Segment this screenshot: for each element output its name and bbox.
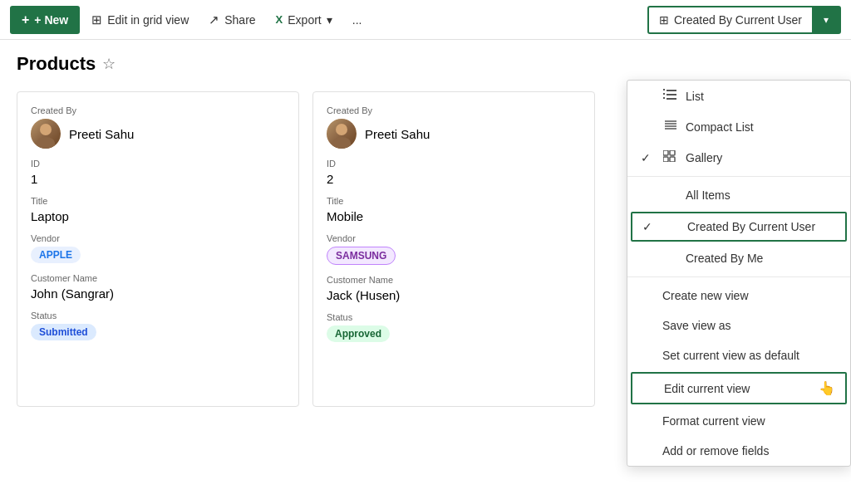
- dropdown-divider-1: [627, 176, 850, 177]
- card2-title-value: Mobile: [327, 209, 581, 223]
- card2-status-label: Status: [327, 312, 581, 322]
- dropdown-gallery-label: Gallery: [686, 151, 722, 164]
- dropdown-edit-current-view-label: Edit current view: [664, 382, 750, 395]
- card2-vendor-label: Vendor: [327, 233, 581, 243]
- svg-rect-5: [663, 97, 665, 99]
- edit-grid-label: Edit in grid view: [107, 13, 189, 27]
- page-content: Products ☆ Created By Preeti Sahu ID 1 T…: [0, 40, 851, 420]
- dropdown-list-label: List: [686, 90, 704, 103]
- card1-created-by-row: Preeti Sahu: [31, 119, 285, 149]
- dropdown-created-by-current-user-label: Created By Current User: [687, 220, 815, 233]
- svg-rect-3: [663, 89, 665, 91]
- card2-created-by-label: Created By: [327, 105, 581, 115]
- favorite-star-icon[interactable]: ☆: [102, 55, 116, 73]
- view-dropdown-menu: List Compact List ✓ Gallery All Items: [627, 80, 851, 467]
- view-name-text: Created By Current User: [674, 13, 802, 27]
- created-by-me-check-icon: [641, 252, 654, 265]
- export-caret-icon: ▾: [327, 13, 332, 27]
- card1-status-label: Status: [31, 311, 285, 321]
- export-button[interactable]: X Export ▾: [268, 6, 341, 34]
- plus-icon: +: [22, 12, 29, 27]
- new-button-label: + New: [34, 13, 68, 27]
- card2-id-value: 2: [327, 172, 581, 186]
- create-new-check-icon: [641, 289, 654, 302]
- all-items-check-icon: [641, 188, 654, 202]
- card1-id-label: ID: [31, 159, 285, 169]
- card2-customer-value: Jack (Husen): [327, 288, 581, 302]
- card1-vendor-label: Vendor: [31, 233, 285, 243]
- card1-title-value: Laptop: [31, 209, 285, 223]
- card1-customer-label: Customer Name: [31, 273, 285, 283]
- compact-list-icon: [662, 120, 677, 134]
- list-check-icon: [641, 90, 654, 103]
- dropdown-save-view-as-label: Save view as: [662, 319, 730, 332]
- view-dropdown-caret[interactable]: ▾: [813, 7, 839, 32]
- gallery-check-icon: ✓: [641, 151, 654, 164]
- card1-title-label: Title: [31, 196, 285, 206]
- dropdown-item-compact-list[interactable]: Compact List: [627, 111, 850, 142]
- export-excel-icon: X: [276, 13, 283, 26]
- card2-status-badge: Approved: [327, 325, 390, 342]
- more-icon: ...: [352, 13, 362, 27]
- list-icon: [662, 89, 677, 103]
- card2-title-label: Title: [327, 196, 581, 206]
- card2-avatar: [327, 119, 357, 149]
- edit-grid-view-button[interactable]: ⊞ Edit in grid view: [83, 6, 197, 34]
- card2-created-by-value: Preeti Sahu: [365, 127, 430, 141]
- dropdown-create-new-view-label: Create new view: [662, 289, 749, 302]
- format-view-check-icon: [641, 414, 654, 428]
- card2-created-by-row: Preeti Sahu: [327, 119, 581, 149]
- share-label: Share: [224, 13, 255, 27]
- set-default-check-icon: [641, 349, 654, 362]
- dropdown-item-set-default[interactable]: Set current view as default: [627, 340, 850, 370]
- current-user-check-icon: ✓: [642, 220, 656, 233]
- compact-list-check-icon: [641, 120, 654, 134]
- product-card-2: Created By Preeti Sahu ID 2 Title Mobile…: [312, 91, 595, 407]
- card1-created-by-value: Preeti Sahu: [69, 127, 134, 141]
- dropdown-add-remove-fields-label: Add or remove fields: [662, 444, 769, 458]
- dropdown-item-list[interactable]: List: [627, 81, 850, 111]
- save-view-check-icon: [641, 319, 654, 332]
- svg-rect-10: [663, 150, 668, 155]
- dropdown-item-edit-current-view[interactable]: Edit current view 👆: [631, 372, 847, 404]
- dropdown-item-format-current-view[interactable]: Format current view: [627, 406, 850, 436]
- dropdown-divider-2: [627, 276, 850, 277]
- dropdown-set-default-label: Set current view as default: [662, 349, 799, 362]
- card2-customer-label: Customer Name: [327, 275, 581, 285]
- dropdown-item-save-view-as[interactable]: Save view as: [627, 311, 850, 340]
- edit-view-check-icon: [642, 382, 656, 395]
- dropdown-format-current-view-label: Format current view: [662, 414, 765, 428]
- dropdown-item-created-by-current-user[interactable]: ✓ Created By Current User: [631, 212, 847, 242]
- view-selector[interactable]: ⊞ Created By Current User ▾: [647, 6, 841, 34]
- svg-rect-11: [670, 150, 675, 155]
- svg-rect-4: [663, 93, 665, 95]
- card2-id-label: ID: [327, 159, 581, 169]
- add-remove-check-icon: [641, 444, 654, 458]
- view-selector-label[interactable]: ⊞ Created By Current User: [649, 7, 813, 32]
- dropdown-all-items-label: All Items: [686, 188, 730, 202]
- dropdown-item-created-by-me[interactable]: Created By Me: [627, 243, 850, 273]
- share-button[interactable]: ↗ Share: [200, 6, 263, 34]
- svg-rect-12: [663, 157, 668, 162]
- dropdown-item-gallery[interactable]: ✓ Gallery: [627, 142, 850, 173]
- export-label: Export: [288, 13, 321, 27]
- page-title: Products: [17, 53, 96, 75]
- new-button[interactable]: + + New: [10, 6, 80, 34]
- card1-avatar: [31, 119, 61, 149]
- svg-rect-13: [670, 157, 675, 162]
- dropdown-item-create-new-view[interactable]: Create new view: [627, 281, 850, 311]
- dropdown-created-by-me-label: Created By Me: [686, 252, 763, 265]
- grid-icon: ⊞: [91, 12, 102, 27]
- caret-down-icon: ▾: [824, 14, 829, 26]
- card2-vendor-badge: SAMSUNG: [327, 247, 396, 265]
- dropdown-item-all-items[interactable]: All Items: [627, 180, 850, 210]
- card1-customer-value: John (Sangrar): [31, 286, 285, 301]
- more-button[interactable]: ...: [344, 6, 371, 34]
- dropdown-item-add-remove-fields[interactable]: Add or remove fields: [627, 436, 850, 466]
- dropdown-compact-list-label: Compact List: [686, 120, 754, 134]
- view-type-icon: ⊞: [659, 13, 669, 27]
- share-icon: ↗: [209, 12, 219, 27]
- product-card-1: Created By Preeti Sahu ID 1 Title Laptop…: [17, 91, 299, 407]
- cursor-pointer-icon: 👆: [819, 380, 835, 396]
- card1-vendor-badge: APPLE: [31, 247, 81, 263]
